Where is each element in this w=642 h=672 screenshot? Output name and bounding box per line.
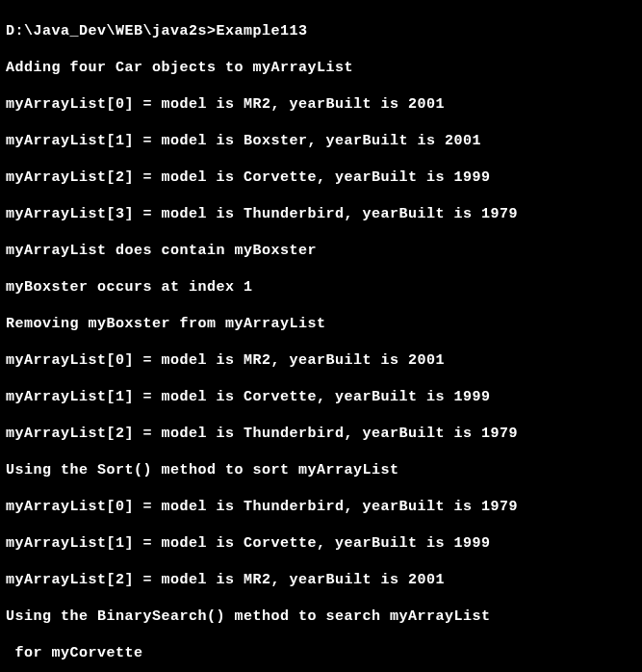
output-line: Adding four Car objects to myArrayList [6, 59, 636, 77]
output-line: Using the BinarySearch() method to searc… [6, 607, 636, 626]
output-line: Using the Sort() method to sort myArrayL… [6, 461, 636, 479]
output-line: myArrayList[2] = model is Corvette, year… [6, 168, 636, 187]
output-line: myArrayList[2] = model is Thunderbird, y… [6, 425, 636, 443]
output-line: myArrayList[0] = model is Thunderbird, y… [6, 498, 636, 516]
output-line: myArrayList[2] = model is MR2, yearBuilt… [6, 571, 636, 589]
output-line: myArrayList[1] = model is Boxster, yearB… [6, 132, 636, 150]
output-line: Removing myBoxster from myArrayList [6, 315, 636, 333]
output-line: myArrayList[0] = model is MR2, yearBuilt… [6, 351, 636, 370]
output-line: myArrayList[1] = model is Corvette, year… [6, 534, 636, 553]
output-line: myArrayList[1] = model is Corvette, year… [6, 388, 636, 406]
output-line: myArrayList does contain myBoxster [6, 242, 636, 260]
output-line: myBoxster occurs at index 1 [6, 278, 636, 297]
output-line: myArrayList[0] = model is MR2, yearBuilt… [6, 95, 636, 114]
terminal-window[interactable]: D:\Java_Dev\WEB\java2s>Example113 Adding… [0, 0, 642, 672]
output-line: for myCorvette [6, 644, 636, 662]
prompt-line: D:\Java_Dev\WEB\java2s>Example113 [6, 22, 636, 40]
output-line: myArrayList[3] = model is Thunderbird, y… [6, 205, 636, 223]
